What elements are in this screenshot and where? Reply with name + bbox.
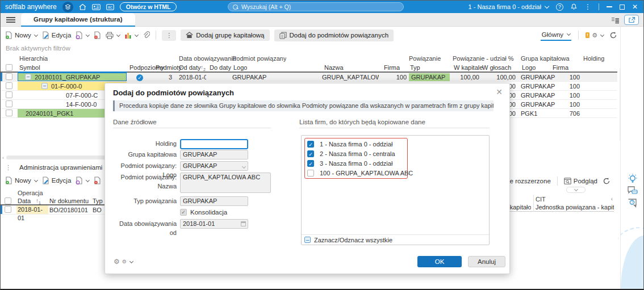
edit-button[interactable]: Edycja: [42, 31, 72, 39]
refresh-button[interactable]: [603, 177, 610, 185]
checkbox-checked-icon[interactable]: [307, 141, 314, 148]
add-to-related-entities-button[interactable]: Dodaj do podmiotów powiązanych: [274, 30, 394, 41]
checkbox-unchecked-icon[interactable]: [307, 170, 314, 176]
validity-date-input[interactable]: 2018-01-01: [180, 219, 248, 229]
row-checkbox[interactable]: [5, 206, 11, 213]
column-header-in-votes[interactable]: W głosach: [482, 64, 511, 71]
hamburger-menu-icon[interactable]: [6, 17, 15, 23]
checkbox-checked-icon[interactable]: [307, 160, 314, 167]
kebab-menu-icon[interactable]: ⋮: [584, 3, 591, 11]
preview-button[interactable]: Podgląd: [564, 178, 597, 184]
panel-title[interactable]: Administracja uprawnieniami: [19, 164, 102, 171]
ok-button[interactable]: OK: [417, 256, 462, 267]
collapse-icon[interactable]: [41, 83, 48, 89]
consolidation-checkbox[interactable]: Konsolidacja: [180, 209, 227, 216]
column-header-firm[interactable]: Firma: [384, 64, 400, 71]
table-row[interactable]: 20180101_GRUPAKAP 3 2018-01-01 GRUPAKAP …: [1, 73, 617, 82]
column-header-entities[interactable]: Podmioty: [156, 64, 182, 71]
delete-document-button[interactable]: [94, 176, 101, 184]
column-header-doc-no[interactable]: Nr dokumentu: [49, 197, 89, 204]
add-capital-group-button[interactable]: Dodaj grupę kapitałową: [181, 30, 269, 41]
row-checkbox[interactable]: [6, 91, 12, 98]
view-selector[interactable]: Główny: [541, 30, 571, 41]
share-icon[interactable]: [624, 15, 639, 25]
select-all-toggle[interactable]: Zaznacz/Odznacz wszystkie: [302, 234, 489, 245]
company-selector[interactable]: 1 - Nasza firma 0 - oddział: [469, 3, 549, 10]
new-button[interactable]: Nowy: [5, 176, 37, 184]
column-header-symbol[interactable]: Symbol: [19, 64, 40, 71]
group-header[interactable]: Grupa kapitałowa: [521, 55, 570, 62]
row-checkbox[interactable]: [6, 82, 12, 89]
lightbulb-icon[interactable]: [627, 173, 638, 184]
cancel-button[interactable]: Anuluj: [468, 256, 505, 267]
settings-warning-button[interactable]: ! ⚙: [586, 32, 604, 39]
checkbox-checked-icon[interactable]: [307, 150, 314, 157]
group-header[interactable]: Powiązanie - udział %: [453, 55, 514, 62]
collapse-panel-icon[interactable]: ‹: [611, 196, 613, 202]
more-actions-button[interactable]: ⋮: [162, 30, 176, 41]
list-settings-icon[interactable]: [611, 16, 620, 24]
group-header[interactable]: Powiązanie: [409, 55, 441, 62]
company-list-item[interactable]: 3 - Nasza firma 0 - oddział: [307, 160, 392, 167]
column-header-from[interactable]: Od daty: [179, 64, 201, 71]
column-header-date[interactable]: Data: [18, 197, 31, 204]
minimize-button[interactable]: [607, 6, 612, 7]
group-header[interactable]: Data obowiązywania: [179, 55, 236, 62]
company-list-item[interactable]: 100 - GRUPA_KAPTALOWA ABC: [307, 170, 413, 176]
collapse-icon[interactable]: [25, 74, 31, 80]
related-entity-name-textarea[interactable]: GRUPA_KAPTALOWA ABC: [180, 173, 271, 193]
edit-button[interactable]: Edycja: [42, 176, 72, 184]
column-header-in-capital[interactable]: W kapitale: [454, 64, 483, 71]
dialog-settings-button[interactable]: ⚙⚙: [114, 258, 133, 266]
global-search-input[interactable]: Wyszukaj (Alt + Q): [228, 2, 404, 11]
column-header-name[interactable]: Nazwa: [324, 64, 344, 71]
column-header-to[interactable]: Do daty: [210, 64, 231, 71]
notifications-bell-icon[interactable]: [571, 2, 577, 12]
capital-group-input[interactable]: GRUPAKAP: [180, 150, 248, 159]
bc-icon[interactable]: BC: [106, 2, 114, 12]
contact-card-icon[interactable]: [92, 2, 101, 12]
group-header-operation[interactable]: Operacja: [18, 190, 43, 196]
help-icon[interactable]: ?: [556, 3, 563, 11]
modules-icon[interactable]: [62, 2, 73, 12]
maximize-button[interactable]: [620, 5, 625, 10]
drag-handle-icon[interactable]: ⋮: [5, 164, 11, 171]
column-header-logo[interactable]: Logo: [233, 64, 247, 71]
column-header-gk-logo[interactable]: Logo: [522, 64, 536, 71]
scroll-left-icon[interactable]: ‹: [2, 155, 4, 161]
company-list-item[interactable]: 1 - Nasza firma 0 - oddział: [307, 141, 392, 148]
row-checkbox[interactable]: [6, 110, 12, 116]
column-header-related-unit[interactable]: Jednostka powiązana - kapitałc: [536, 204, 614, 211]
row-checkbox[interactable]: [6, 73, 12, 80]
close-icon[interactable]: ✕: [496, 88, 503, 96]
attachments-button[interactable]: [143, 31, 150, 39]
chart-button[interactable]: [124, 32, 138, 39]
related-entity-logo-select[interactable]: GRUPAKAP: [180, 161, 248, 171]
column-header-type[interactable]: Typ: [93, 197, 103, 204]
delete-document-button[interactable]: [94, 31, 101, 39]
refresh-button[interactable]: [609, 31, 617, 39]
close-window-button[interactable]: ✕: [632, 3, 638, 10]
chat-feedback-icon[interactable]: [627, 186, 638, 197]
open-in-html-button[interactable]: Otwórz w HTML: [120, 2, 177, 11]
help-assistant-icon[interactable]: ?: [627, 198, 638, 209]
copy-document-button[interactable]: [76, 176, 89, 184]
copy-document-button[interactable]: [76, 31, 89, 39]
group-header-cit[interactable]: CIT: [536, 196, 546, 203]
new-button[interactable]: Nowy: [5, 31, 37, 39]
select-all-checkbox[interactable]: [6, 64, 12, 71]
column-header-type[interactable]: Typ: [410, 64, 420, 71]
holding-input[interactable]: [180, 139, 248, 149]
group-header[interactable]: Hierarchia: [19, 55, 48, 62]
column-header-gk-firm[interactable]: Firma: [553, 64, 568, 71]
home-icon[interactable]: [79, 2, 86, 12]
group-header[interactable]: Holding: [583, 55, 604, 62]
select-all-checkbox[interactable]: [5, 197, 11, 204]
collapse-toolbar-icon[interactable]: [566, 187, 586, 193]
row-checkbox[interactable]: [6, 100, 12, 107]
group-header[interactable]: Podmiot powiązany: [232, 55, 286, 62]
company-list-item[interactable]: 2 - Nasza firma 0 - centrala: [307, 150, 395, 157]
relation-type-input[interactable]: GRUPAKAP: [180, 196, 248, 206]
print-button[interactable]: [106, 32, 120, 39]
tab-grupy-kapitalowe[interactable]: Grupy kapitałowe (struktura): [21, 13, 135, 27]
